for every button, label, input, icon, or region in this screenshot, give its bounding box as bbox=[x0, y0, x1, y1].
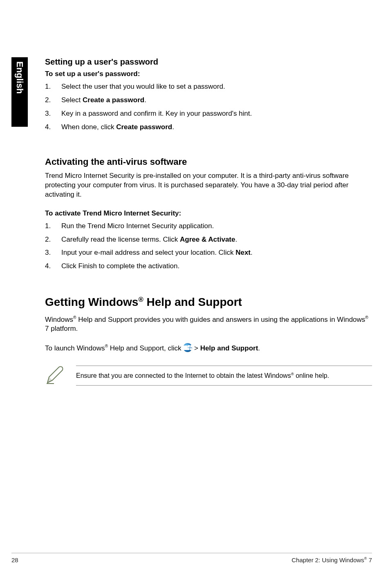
section1-steps: 1.Select the user that you would like to… bbox=[45, 82, 372, 132]
step-number: 3. bbox=[45, 248, 61, 258]
para-text: > bbox=[192, 344, 200, 352]
windows-start-icon bbox=[183, 343, 192, 352]
para-text: 7 platform. bbox=[45, 325, 78, 332]
step-number: 2. bbox=[45, 96, 61, 105]
page-footer: 28 Chapter 2: Using Windows® 7 bbox=[11, 553, 372, 563]
list-item: 1.Run the Trend Micro Internet Security … bbox=[45, 222, 372, 231]
note-block: Ensure that you are connected to the Int… bbox=[45, 366, 372, 387]
language-tab: English bbox=[11, 57, 28, 127]
step-text: Select the user that you would like to s… bbox=[61, 82, 372, 92]
registered-mark: ® bbox=[291, 372, 294, 376]
para-text: Windows bbox=[45, 315, 73, 323]
heading-text-post: Help and Support bbox=[143, 296, 242, 309]
section2-subheading: To activate Trend Micro Internet Securit… bbox=[45, 209, 372, 218]
step-number: 1. bbox=[45, 222, 61, 231]
chapter-text-pre: Chapter 2: Using Windows bbox=[291, 557, 364, 563]
list-item: 4.Click Finish to complete the activatio… bbox=[45, 262, 372, 271]
para-text: Help and Support provides you with guide… bbox=[76, 315, 365, 323]
note-text-pre: Ensure that you are connected to the Int… bbox=[76, 372, 291, 379]
step-number: 4. bbox=[45, 262, 61, 271]
step-text: Carefully read the license terms. Click … bbox=[61, 235, 372, 245]
step-text: Run the Trend Micro Internet Security ap… bbox=[61, 222, 372, 231]
step-number: 4. bbox=[45, 123, 61, 132]
step-text: Click Finish to complete the activation. bbox=[61, 262, 372, 271]
registered-mark: ® bbox=[105, 344, 108, 348]
step-number: 3. bbox=[45, 109, 61, 119]
registered-mark: ® bbox=[138, 296, 143, 303]
chapter-label: Chapter 2: Using Windows® 7 bbox=[291, 557, 372, 563]
para-text: To launch Windows bbox=[45, 344, 105, 352]
section2-intro: Trend Micro Internet Security is pre-ins… bbox=[45, 171, 372, 200]
para-bold: Help and Support bbox=[200, 344, 258, 352]
step-text: Input your e-mail address and select you… bbox=[61, 248, 372, 258]
step-text: Select Create a password. bbox=[61, 96, 372, 105]
section2-steps: 1.Run the Trend Micro Internet Security … bbox=[45, 222, 372, 272]
main-content: Setting up a user's password To set up a… bbox=[45, 57, 372, 387]
section3-para2: To launch Windows® Help and Support, cli… bbox=[45, 343, 372, 353]
heading-text-pre: Getting Windows bbox=[45, 296, 138, 309]
list-item: 3.Key in a password and confirm it. Key … bbox=[45, 109, 372, 119]
step-number: 1. bbox=[45, 82, 61, 92]
step-text: When done, click Create password. bbox=[61, 123, 372, 132]
step-text: Key in a password and confirm it. Key in… bbox=[61, 109, 372, 119]
section3-heading: Getting Windows® Help and Support bbox=[45, 296, 372, 309]
para-text: . bbox=[258, 344, 260, 352]
section2-heading: Activating the anti-virus software bbox=[45, 157, 372, 167]
note-text-post: online help. bbox=[294, 372, 329, 379]
para-text: Help and Support, click bbox=[108, 344, 183, 352]
list-item: 2.Select Create a password. bbox=[45, 96, 372, 105]
section3-para1: Windows® Help and Support provides you w… bbox=[45, 315, 372, 334]
list-item: 1.Select the user that you would like to… bbox=[45, 82, 372, 92]
registered-mark: ® bbox=[365, 315, 368, 320]
pencil-note-icon bbox=[45, 366, 65, 387]
list-item: 3.Input your e-mail address and select y… bbox=[45, 248, 372, 258]
page-number: 28 bbox=[11, 557, 18, 563]
section1-heading: Setting up a user's password bbox=[45, 57, 372, 67]
chapter-text-post: 7 bbox=[367, 557, 372, 563]
list-item: 2.Carefully read the license terms. Clic… bbox=[45, 235, 372, 245]
step-number: 2. bbox=[45, 235, 61, 245]
section1-subheading: To set up a user's password: bbox=[45, 70, 372, 78]
list-item: 4.When done, click Create password. bbox=[45, 123, 372, 132]
note-text: Ensure that you are connected to the Int… bbox=[76, 366, 372, 386]
